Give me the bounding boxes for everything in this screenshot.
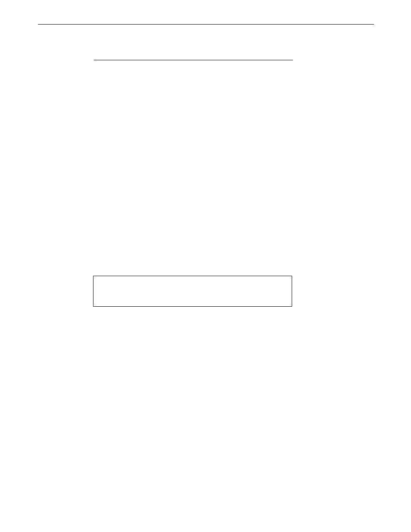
horizontal-line-top bbox=[38, 24, 374, 25]
horizontal-line-middle bbox=[94, 60, 293, 60]
empty-box bbox=[93, 276, 292, 307]
